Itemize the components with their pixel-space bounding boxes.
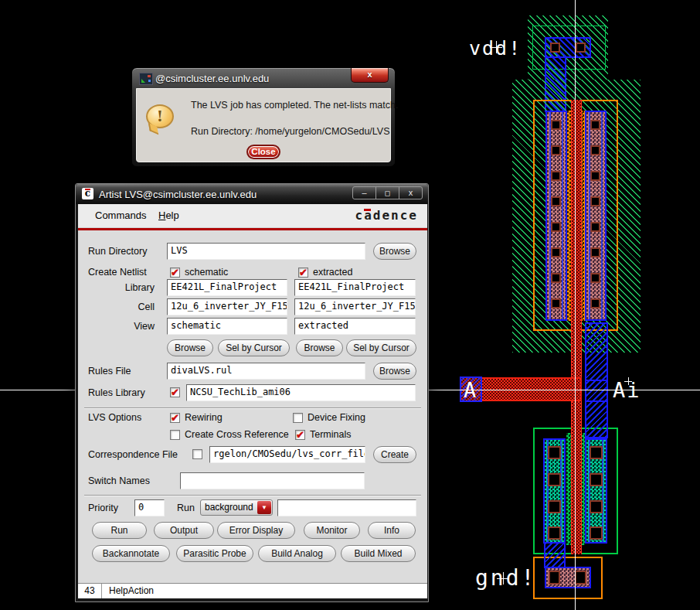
error-display-button[interactable]: Error Display — [217, 522, 295, 539]
build-mixed-button[interactable]: Build Mixed — [341, 545, 416, 562]
sel-by-cursor-extracted-button[interactable]: Sel by Cursor — [346, 339, 416, 356]
cadence-window-icon: c — [82, 188, 93, 199]
library-label: Library — [88, 279, 155, 296]
nmos-contact — [548, 500, 561, 513]
vdd-label-origin-marker — [490, 41, 502, 53]
gnd-metal-strip[interactable] — [544, 544, 566, 568]
backannotate-button[interactable]: Backannotate — [92, 545, 170, 562]
close-button[interactable]: x — [399, 186, 423, 199]
window-title: Artist LVS@csimcluster.ee.unlv.edu — [99, 189, 257, 200]
pmos-contact — [590, 298, 600, 308]
menu-bar: Commands Help cadence — [78, 204, 427, 228]
output-label-origin-marker — [624, 377, 632, 385]
output-metal-seam — [586, 380, 607, 381]
rules-file-label: Rules File — [88, 363, 131, 380]
input-label[interactable]: A — [464, 378, 476, 402]
browse-schematic-button[interactable]: Browse — [167, 339, 213, 356]
run-directory-browse-button[interactable]: Browse — [373, 243, 416, 260]
pmos-contact — [590, 222, 600, 232]
rules-library-input[interactable]: NCSU_TechLib_ami06 — [186, 384, 416, 401]
crosshair-vertical-line — [575, 0, 576, 610]
terminals-checkbox[interactable] — [295, 430, 305, 440]
pmos-contact — [551, 171, 561, 181]
sel-by-cursor-schematic-button[interactable]: Sel by Cursor — [218, 339, 290, 356]
view-label: View — [88, 318, 155, 335]
dialog-titlebar[interactable]: @csimcluster.ee.unlv.edu x — [132, 68, 395, 88]
extracted-checkbox[interactable] — [298, 268, 308, 278]
library-extracted-input[interactable]: EE421L_FinalProject — [294, 279, 416, 296]
run-button[interactable]: Run — [92, 522, 147, 539]
rules-file-input[interactable]: divaLVS.rul — [167, 363, 365, 380]
rules-file-browse-button[interactable]: Browse — [373, 363, 416, 380]
maximize-button[interactable]: □ — [375, 186, 399, 199]
correspondence-file-checkbox[interactable] — [192, 449, 202, 459]
nmos-contact — [590, 527, 603, 540]
run-mode-dropdown[interactable]: background ▼ — [200, 499, 273, 516]
dialog-title: @csimcluster.ee.unlv.edu — [155, 73, 269, 84]
correspondence-create-button[interactable]: Create — [373, 446, 416, 463]
output-metal-seam — [586, 400, 607, 402]
device-fixing-label: Device Fixing — [308, 409, 365, 426]
schematic-checkbox-label: schematic — [185, 264, 228, 281]
create-cross-reference-checkbox[interactable] — [170, 430, 180, 440]
cell-extracted-input[interactable]: 12u_6_inverter_JY_F15 — [294, 298, 416, 315]
build-analog-button[interactable]: Build Analog — [258, 545, 336, 562]
pmos-contact — [551, 145, 561, 155]
vdd-contact — [550, 43, 560, 53]
alert-bubble-icon: ! — [146, 104, 174, 128]
run-mode-label: Run — [177, 499, 195, 516]
dialog-close-button[interactable]: Close — [246, 145, 280, 159]
section-divider — [84, 495, 421, 496]
chevron-down-icon[interactable]: ▼ — [257, 501, 271, 514]
dialog-message-line2: Run Directory: /home/yurgelon/CMOSedu/LV… — [191, 126, 390, 137]
correspondence-file-input[interactable]: rgelon/CMOSedu/lvs_corr_file — [209, 446, 365, 463]
lvs-form: Run Directory LVS Browse Create Netlist … — [78, 230, 427, 583]
dialog-close-x-button[interactable]: x — [351, 68, 389, 83]
pmos-pdiff-right[interactable] — [585, 111, 607, 321]
pmos-contact — [590, 171, 600, 181]
lvs-options-label: LVS Options — [88, 409, 141, 426]
create-cross-reference-label: Create Cross Reference — [185, 426, 289, 443]
parasitic-probe-button[interactable]: Parasitic Probe — [176, 545, 253, 562]
menu-help[interactable]: Help — [158, 210, 179, 221]
nmos-contact — [548, 527, 561, 540]
pmos-contact — [590, 273, 600, 283]
library-schematic-input[interactable]: EE421L_FinalProject — [167, 279, 287, 296]
run-directory-label: Run Directory — [88, 243, 147, 260]
terminals-label: Terminals — [310, 426, 352, 443]
menu-commands[interactable]: Commands — [95, 210, 146, 221]
rules-library-label: Rules Library — [88, 384, 145, 401]
nmos-contact — [548, 473, 561, 486]
schematic-checkbox[interactable] — [170, 268, 180, 278]
status-bar: 43 HelpAction — [78, 583, 427, 598]
output-button[interactable]: Output — [154, 522, 214, 539]
pmos-pdiff-left[interactable] — [545, 111, 567, 321]
minimize-button[interactable]: – — [352, 186, 376, 199]
nmos-contact — [590, 473, 603, 486]
status-number: 43 — [78, 584, 102, 598]
poly-gate-column[interactable] — [571, 100, 582, 554]
gnd-label-origin-marker — [497, 572, 509, 584]
cell-schematic-input[interactable]: 12u_6_inverter_JY_F15 — [167, 298, 287, 315]
run-mode-extra-input[interactable] — [277, 499, 416, 516]
browse-extracted-button[interactable]: Browse — [296, 339, 343, 356]
dialog-message-line1: The LVS job has completed. The net-lists… — [191, 100, 398, 111]
pmos-contact — [590, 247, 600, 257]
rules-library-checkbox[interactable] — [170, 387, 180, 397]
nmos-contact — [590, 500, 603, 513]
pmos-contact — [551, 273, 561, 283]
window-titlebar[interactable]: c Artist LVS@csimcluster.ee.unlv.edu – □… — [76, 184, 428, 204]
device-fixing-checkbox[interactable] — [293, 413, 303, 423]
pmos-contact — [551, 298, 561, 308]
info-button[interactable]: Info — [368, 522, 416, 539]
rewiring-checkbox[interactable] — [170, 413, 180, 423]
view-extracted-input[interactable]: extracted — [294, 318, 416, 335]
gnd-contact — [575, 571, 586, 584]
view-schematic-input[interactable]: schematic — [167, 318, 287, 335]
monitor-button[interactable]: Monitor — [304, 522, 360, 539]
run-directory-input[interactable]: LVS — [167, 243, 365, 260]
priority-input[interactable]: 0 — [134, 499, 165, 516]
pmos-contact — [551, 196, 561, 206]
switch-names-input[interactable] — [180, 472, 365, 489]
pmos-contact — [551, 247, 561, 257]
